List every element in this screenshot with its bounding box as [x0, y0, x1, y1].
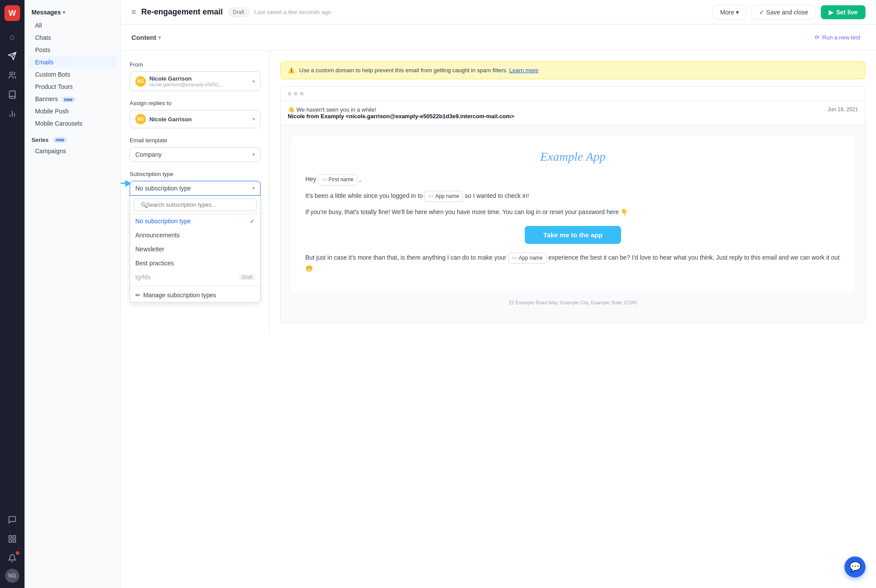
assign-chevron-icon: ▾	[252, 116, 255, 122]
dropdown-divider	[130, 286, 260, 286]
from-field-group: From NG Nicole Garrison nicole.garrison@…	[130, 61, 261, 91]
dropdown-item-no-subscription[interactable]: No subscription type ✓	[130, 214, 260, 228]
dropdown-item-newsletter[interactable]: Newsletter	[130, 242, 260, 256]
content-chevron-icon: ▾	[158, 35, 161, 41]
hamburger-icon[interactable]: ≡	[131, 7, 136, 17]
set-live-button[interactable]: ▶ Set live	[821, 5, 865, 19]
email-preview-wrapper: 👋 We haven't seen you in a while! Nicole…	[280, 86, 865, 323]
dropdown-item-announcements[interactable]: Announcements	[130, 228, 260, 242]
subscription-select[interactable]: No subscription type ▾	[130, 181, 261, 196]
template-chevron-icon: ▾	[252, 151, 255, 158]
sidebar-item-campaigns[interactable]: Campaigns	[28, 145, 117, 157]
sidebar-item-chats[interactable]: Chats	[28, 32, 117, 44]
template-field-group: Email template Company ▾	[130, 137, 261, 162]
assignee-name: Nicole Garrison	[149, 116, 192, 123]
warning-banner-wrapper: ⚠️ Use a custom domain to help prevent t…	[280, 61, 865, 79]
sidebar-section-messages[interactable]: Messages ▾	[25, 7, 120, 19]
sidebar-item-product-tours[interactable]: Product Tours	[28, 81, 117, 93]
two-col-layout: From NG Nicole Garrison nicole.garrison@…	[121, 51, 876, 334]
search-container: 🔍	[134, 198, 257, 211]
draft-badge: Draft	[228, 7, 249, 17]
subscription-field-group: Subscription type No subscription type ▾	[130, 171, 261, 196]
assign-select[interactable]: NG Nicole Garrison ▾	[130, 110, 261, 128]
svg-rect-7	[13, 540, 16, 542]
test-icon: ⟳	[815, 34, 819, 41]
email-para-3: But just in case it's more than that, is…	[305, 253, 841, 274]
content-area: Content ▾ ⟳ Run a new test From	[121, 25, 876, 588]
dropdown-item-best-practices[interactable]: Best practices	[130, 256, 260, 270]
dot-3	[300, 92, 304, 95]
from-select[interactable]: NG Nicole Garrison nicole.garrison@examp…	[130, 71, 261, 91]
arrow-line	[121, 183, 125, 184]
sidebar-item-all[interactable]: All	[28, 19, 117, 32]
content-label: Content ▾	[131, 34, 161, 41]
banners-badge: new	[61, 97, 75, 102]
app-name-tag-1: <> App name	[424, 191, 463, 202]
more-chevron-icon: ▾	[736, 9, 739, 16]
template-label: Email template	[130, 137, 261, 144]
user-avatar[interactable]: NG	[5, 569, 19, 583]
cta-button[interactable]: Take me to the app	[525, 226, 621, 244]
dot-2	[294, 92, 297, 95]
learn-more-link[interactable]: Learn more	[509, 67, 538, 74]
sidebar-item-mobile-push[interactable]: Mobile Push	[28, 105, 117, 117]
sender-name: Nicole Garrison	[149, 75, 223, 82]
rail-icon-users[interactable]	[4, 67, 21, 84]
app-logo: W	[4, 5, 20, 21]
email-para-2: If you're busy, that's totally fine! We'…	[305, 207, 841, 217]
rail-icon-outbound[interactable]	[4, 47, 21, 65]
search-subscription-input[interactable]	[134, 198, 257, 211]
sidebar-item-emails[interactable]: Emails	[28, 56, 117, 68]
page-title: Re-engagement email	[141, 7, 223, 17]
rail-icon-bell[interactable]	[4, 549, 21, 567]
email-greeting: We haven't seen you in a while!	[297, 106, 376, 113]
subscription-value: No subscription type	[135, 185, 191, 192]
assign-label: Assign replies to	[130, 100, 261, 106]
from-label: From	[130, 61, 261, 68]
save-close-button[interactable]: ✓ Save and close	[752, 5, 816, 20]
sender-option: NG Nicole Garrison nicole.garrison@examp…	[135, 75, 223, 87]
draft-tag: Draft	[239, 274, 255, 280]
email-body: Example App Hey <> First name ,	[281, 125, 865, 323]
email-preview-header	[281, 87, 865, 101]
manage-subscription-button[interactable]: ✏ Manage subscription types	[130, 288, 260, 302]
dropdown-item-tgrfds: tgrfds Draft	[130, 270, 260, 284]
sidebar-item-mobile-carousels[interactable]: Mobile Carousels	[28, 117, 117, 130]
selected-checkmark-icon: ✓	[250, 218, 255, 225]
notification-badge	[16, 551, 19, 555]
sidebar-nav: All Chats Posts Emails Custom Bots Produ…	[25, 19, 120, 130]
sidebar-item-custom-bots[interactable]: Custom Bots	[28, 68, 117, 81]
sidebar-item-banners[interactable]: Banners new	[28, 93, 117, 105]
email-app-logo: Example App	[305, 150, 841, 164]
rail-icon-home[interactable]: ⌂	[4, 28, 21, 46]
subscription-chevron-icon: ▾	[252, 185, 255, 191]
sender-avatar: NG	[135, 76, 146, 87]
play-icon: ▶	[829, 9, 834, 16]
assign-field-group: Assign replies to NG Nicole Garrison ▾	[130, 100, 261, 128]
rail-icon-reports[interactable]	[4, 105, 21, 123]
subscription-dropdown-menu: 🔍 No subscription type ✓ Announcement	[130, 196, 261, 303]
run-test-button[interactable]: ⟳ Run a new test	[809, 32, 865, 43]
svg-point-0	[10, 72, 13, 75]
series-label[interactable]: Series new	[32, 137, 113, 143]
template-select[interactable]: Company ▾	[130, 147, 261, 162]
app-name-tag-2: <> App name	[508, 253, 547, 264]
rail-icon-chat[interactable]	[4, 511, 21, 528]
search-icon: 🔍	[141, 201, 148, 208]
warning-icon: ⚠️	[288, 67, 295, 74]
more-button[interactable]: More ▾	[713, 5, 746, 20]
subscription-dropdown-container: No subscription type ▾ 🔍	[130, 181, 261, 196]
sidebar: Messages ▾ All Chats Posts Emails Custom…	[25, 0, 121, 588]
email-footer: 22 Example Road Way, Example City, Examp…	[291, 293, 855, 312]
dot-1	[288, 92, 291, 95]
svg-rect-4	[9, 536, 12, 539]
rail-icon-grid[interactable]	[4, 530, 21, 548]
left-panel: From NG Nicole Garrison nicole.garrison@…	[121, 51, 270, 334]
email-preview: 👋 We haven't seen you in a while! Nicole…	[280, 86, 865, 323]
sidebar-item-posts[interactable]: Posts	[28, 44, 117, 56]
first-name-tag: <> First name	[318, 174, 357, 185]
icon-rail: W ⌂ NG	[0, 0, 25, 588]
chat-widget-button[interactable]: 💬	[844, 556, 865, 577]
warning-banner: ⚠️ Use a custom domain to help prevent t…	[280, 61, 865, 79]
rail-icon-books[interactable]	[4, 86, 21, 103]
